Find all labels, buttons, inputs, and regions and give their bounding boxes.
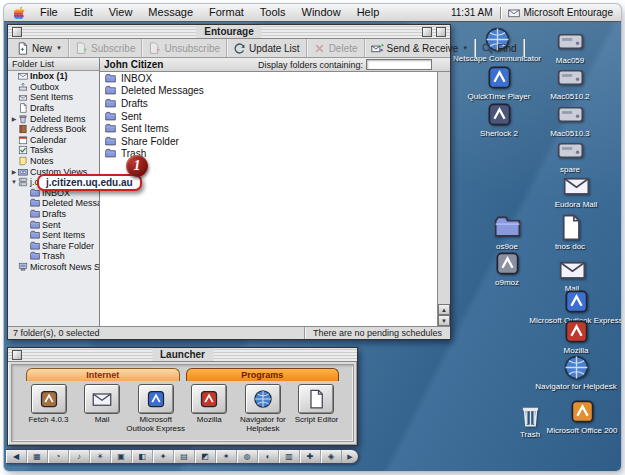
scroll-up-arrow[interactable]: ▲ — [438, 304, 450, 315]
toolbar-button[interactable]: Subscribe ▼ — [69, 39, 142, 57]
zoom-box[interactable] — [436, 27, 446, 37]
desktop-icon[interactable]: Navigator for Helpdesk — [536, 354, 616, 391]
launcher-titlebar[interactable]: Launcher — [8, 348, 357, 362]
folder-list-item[interactable]: Sent Items — [8, 230, 99, 241]
control-strip-module-icon[interactable]: ▦ — [27, 450, 48, 463]
desktop-icon[interactable]: Eudora Mail — [536, 172, 616, 209]
toolbar-button[interactable]: Find ▼ — [475, 39, 523, 57]
toolbar-button[interactable]: Update List ▼ — [227, 39, 307, 57]
desktop-icon[interactable]: Microsoft Office 200 — [542, 398, 621, 435]
folder-row[interactable]: Sent Items — [100, 122, 437, 135]
menu-item[interactable]: Window — [294, 4, 349, 21]
folder-row[interactable]: Share Folder — [100, 135, 437, 148]
folder-list-item[interactable]: ▶ Deleted Items — [8, 113, 99, 124]
toolbar-button[interactable]: Delete ▼ — [307, 39, 365, 57]
toolbar-button[interactable]: Unsubscribe ▼ — [142, 39, 227, 57]
folder-list-item[interactable]: Tasks — [8, 145, 99, 156]
folder-list-item[interactable]: Notes — [8, 156, 99, 167]
launcher-app-button[interactable] — [138, 384, 174, 414]
vertical-scrollbar[interactable]: ▲ ▼ — [437, 72, 450, 326]
disclosure-triangle-icon[interactable]: ▶ — [10, 115, 18, 122]
entourage-titlebar[interactable]: Entourage — [8, 25, 450, 39]
desktop-icon[interactable]: Mac0510.2 — [530, 64, 610, 101]
menu-item[interactable]: Message — [140, 4, 201, 21]
folder-list-item[interactable]: Drafts — [8, 209, 99, 220]
launcher-app-button[interactable] — [245, 384, 281, 414]
folder-icon — [105, 123, 116, 134]
launcher-app-button[interactable] — [84, 384, 120, 414]
folder-list-item[interactable]: Trash — [8, 251, 99, 262]
launcher-app-button[interactable] — [298, 384, 334, 414]
folder-list-item[interactable]: Microsoft News Server — [8, 262, 99, 273]
control-strip-module-icon[interactable]: ▤ — [174, 450, 195, 463]
folder-list-item[interactable]: Address Book — [8, 124, 99, 135]
launcher-close-box[interactable] — [12, 350, 22, 360]
folder-list-item[interactable]: Inbox (1) — [8, 71, 99, 82]
folder-list-item[interactable]: Outbox — [8, 82, 99, 93]
menu-item[interactable]: Format — [201, 4, 252, 21]
menu-item[interactable]: Tools — [252, 4, 294, 21]
scroll-down-arrow[interactable]: ▼ — [438, 315, 450, 326]
launcher-item: Mozilla — [183, 384, 236, 434]
desktop-icon[interactable]: tnos doc — [530, 214, 610, 251]
folder-row[interactable]: INBOX — [100, 72, 437, 85]
disclosure-triangle-icon[interactable]: ▶ — [10, 168, 18, 175]
desktop-icon[interactable]: Sherlock 2 — [459, 101, 539, 138]
folder-row[interactable]: Trash — [100, 148, 437, 161]
toolbar-button[interactable]: Send & Receive ▼ — [365, 39, 476, 57]
menu-item[interactable]: Edit — [66, 4, 101, 21]
control-strip-module-icon[interactable]: ✶ — [216, 450, 237, 463]
application-menu[interactable]: Microsoft Entourage — [508, 7, 614, 19]
desktop-icon[interactable]: spare — [530, 137, 610, 174]
menu-clock[interactable]: 11:31 AM — [451, 7, 493, 18]
control-strip-module-icon[interactable]: ◈ — [321, 450, 342, 463]
folder-row[interactable]: Sent — [100, 110, 437, 123]
folder-item-icon — [18, 71, 28, 81]
toolbar-button-label: Update List — [249, 43, 300, 54]
menu-item[interactable]: View — [101, 4, 141, 21]
folder-row[interactable]: Drafts — [100, 97, 437, 110]
desktop-icon[interactable]: Mozilla — [536, 318, 616, 355]
menu-item[interactable]: File — [32, 4, 66, 21]
folder-list-item[interactable]: Sent Items — [8, 92, 99, 103]
collapse-box[interactable] — [422, 27, 432, 37]
folder-list-item[interactable]: Sent — [8, 219, 99, 230]
folder-icon — [105, 73, 116, 84]
desktop-icon[interactable]: Mac0510.3 — [530, 101, 610, 138]
filter-input[interactable] — [366, 59, 432, 70]
apple-menu[interactable] — [14, 6, 25, 19]
control-strip-module-icon[interactable]: ☀ — [90, 450, 111, 463]
toolbar-button[interactable]: New ▼ — [10, 39, 69, 57]
folder-list-item[interactable]: Deleted Messages — [8, 198, 99, 209]
control-strip-handle[interactable]: ▶ — [342, 450, 358, 463]
control-strip[interactable]: ◀▦◔♪☀▣◧✦▤◩✶◍◐▥✚◈ ▶ — [6, 449, 359, 464]
folder-row[interactable]: Deleted Messages — [100, 85, 437, 98]
control-strip-module-icon[interactable]: ◀ — [6, 450, 27, 463]
menu-divider — [500, 7, 501, 19]
folder-item-icon — [18, 92, 28, 102]
disclosure-triangle-icon[interactable]: ▼ — [10, 179, 18, 185]
control-strip-module-icon[interactable]: ✦ — [153, 450, 174, 463]
control-strip-module-icon[interactable]: ✚ — [300, 450, 321, 463]
control-strip-module-icon[interactable]: ◔ — [48, 450, 69, 463]
launcher-app-button[interactable] — [191, 384, 227, 414]
control-strip-module-icon[interactable]: ◍ — [237, 450, 258, 463]
close-box[interactable] — [12, 27, 22, 37]
control-strip-module-icon[interactable]: ♪ — [69, 450, 90, 463]
folder-row-label: Share Folder — [121, 136, 179, 147]
launcher-tab[interactable]: Programs — [186, 368, 340, 381]
launcher-tab[interactable]: Internet — [26, 368, 180, 381]
folder-list-item[interactable]: Share Folder — [8, 241, 99, 252]
menu-item[interactable]: Help — [349, 4, 388, 21]
control-strip-module-icon[interactable]: ◐ — [258, 450, 279, 463]
control-strip-module-icon[interactable]: ◩ — [195, 450, 216, 463]
desktop-icon[interactable]: Mac059 — [530, 28, 610, 65]
control-strip-module-icon[interactable]: ▥ — [279, 450, 300, 463]
desktop-icon[interactable]: QuickTime Player — [459, 64, 539, 101]
control-strip-module-icon[interactable]: ◧ — [132, 450, 153, 463]
folder-list-pane: Folder List Inbox (1) Outbox — [8, 58, 100, 326]
folder-list-item[interactable]: Calendar — [8, 135, 99, 146]
control-strip-module-icon[interactable]: ▣ — [111, 450, 132, 463]
folder-list-item[interactable]: Drafts — [8, 103, 99, 114]
launcher-app-button[interactable] — [31, 384, 67, 414]
